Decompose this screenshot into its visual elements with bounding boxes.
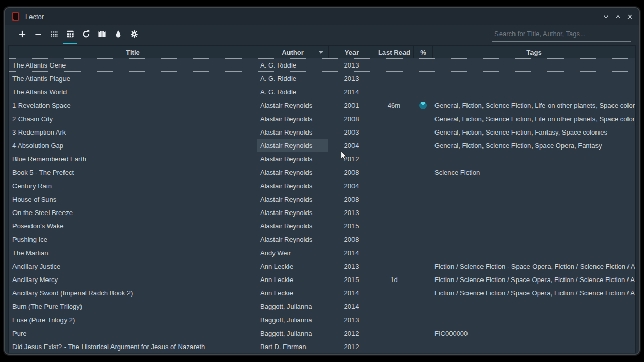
- cell-tags[interactable]: [432, 179, 635, 192]
- cell-tags[interactable]: [432, 72, 635, 85]
- add-book-button[interactable]: [14, 26, 29, 42]
- cell-author[interactable]: Alastair Reynolds: [257, 166, 328, 179]
- cell-progress[interactable]: [413, 152, 432, 166]
- table-row[interactable]: Ancillary Sword (Imperial Radch Book 2)A…: [9, 286, 635, 300]
- cell-author[interactable]: Ann Leckie: [257, 259, 328, 273]
- cell-title[interactable]: 2 Chasm City: [9, 112, 257, 125]
- cover-view-button[interactable]: [46, 26, 61, 42]
- cell-title[interactable]: On the Steel Breeze: [9, 206, 257, 219]
- cell-last-read[interactable]: 46m: [375, 98, 413, 112]
- cell-year[interactable]: 2008: [328, 112, 375, 125]
- cell-tags[interactable]: General, Fiction, Science Fiction, Fanta…: [432, 125, 635, 139]
- cell-author[interactable]: Alastair Reynolds: [257, 233, 328, 246]
- cell-tags[interactable]: [432, 246, 635, 259]
- column-header-year[interactable]: Year: [328, 46, 375, 58]
- cell-tags[interactable]: [432, 152, 635, 166]
- cell-progress[interactable]: [413, 246, 432, 259]
- cell-tags[interactable]: General, Fiction, Science Fiction, Life …: [432, 112, 635, 125]
- cell-author[interactable]: A. G. Riddle: [257, 58, 328, 72]
- cell-last-read[interactable]: [375, 192, 413, 206]
- cell-last-read[interactable]: 1d: [375, 273, 413, 286]
- cell-last-read[interactable]: [375, 340, 413, 353]
- cell-progress[interactable]: [413, 112, 432, 125]
- cell-last-read[interactable]: [375, 85, 413, 98]
- cell-title[interactable]: House of Suns: [9, 192, 257, 206]
- cell-year[interactable]: 2013: [328, 206, 375, 219]
- cell-tags[interactable]: [432, 192, 635, 206]
- cell-last-read[interactable]: [375, 233, 413, 246]
- cell-progress[interactable]: [413, 286, 432, 300]
- table-row[interactable]: Poseidon's WakeAlastair Reynolds2015: [9, 219, 635, 233]
- cell-year[interactable]: 2013: [328, 58, 375, 72]
- cell-year[interactable]: 2013: [328, 313, 375, 326]
- library-button[interactable]: [94, 26, 109, 42]
- theme-button[interactable]: [110, 26, 125, 42]
- cell-title[interactable]: Ancillary Justice: [9, 259, 257, 273]
- table-row[interactable]: PureBaggott, Julianna2012FIC000000: [9, 326, 635, 340]
- cell-title[interactable]: Poseidon's Wake: [9, 219, 257, 233]
- cell-author[interactable]: Baggott, Julianna: [257, 300, 328, 313]
- cell-author[interactable]: Ann Leckie: [257, 273, 328, 286]
- minimize-button[interactable]: [602, 12, 610, 21]
- cell-year[interactable]: 2013: [328, 72, 375, 85]
- cell-progress[interactable]: [413, 300, 432, 313]
- cell-tags[interactable]: Science Fiction: [432, 166, 635, 179]
- cell-progress[interactable]: [413, 326, 432, 340]
- cell-progress[interactable]: [413, 206, 432, 219]
- cell-tags[interactable]: [432, 58, 635, 72]
- table-row[interactable]: 1 Revelation SpaceAlastair Reynolds20014…: [9, 98, 635, 112]
- cell-last-read[interactable]: [375, 313, 413, 326]
- table-row[interactable]: The Atlantis WorldA. G. Riddle2014: [9, 85, 635, 98]
- table-row[interactable]: Ancillary MercyAnn Leckie20151dFiction /…: [9, 273, 635, 286]
- cell-last-read[interactable]: [375, 259, 413, 273]
- cell-year[interactable]: 2008: [328, 166, 375, 179]
- cell-last-read[interactable]: [375, 300, 413, 313]
- table-row[interactable]: Did Jesus Exist? - The Historical Argume…: [9, 340, 635, 353]
- table-row[interactable]: Fuse (Pure Trilogy 2)Baggott, Julianna20…: [9, 313, 635, 326]
- cell-last-read[interactable]: [375, 112, 413, 125]
- cell-title[interactable]: The Martian: [9, 246, 257, 259]
- cell-progress[interactable]: [413, 166, 432, 179]
- cell-tags[interactable]: General, Fiction, Science Fiction, Space…: [432, 139, 635, 152]
- cell-year[interactable]: 2001: [328, 98, 375, 112]
- cell-progress[interactable]: [413, 259, 432, 273]
- cell-year[interactable]: 2015: [328, 219, 375, 233]
- cell-author[interactable]: Alastair Reynolds: [257, 219, 328, 233]
- table-row[interactable]: House of SunsAlastair Reynolds2008: [9, 192, 635, 206]
- cell-tags[interactable]: [432, 340, 635, 353]
- table-row[interactable]: 2 Chasm CityAlastair Reynolds2008General…: [9, 112, 635, 125]
- cell-author[interactable]: Alastair Reynolds: [257, 139, 328, 152]
- cell-last-read[interactable]: [375, 125, 413, 139]
- cell-progress[interactable]: [413, 98, 432, 112]
- table-row[interactable]: Ancillary JusticeAnn Leckie2013Fiction /…: [9, 259, 635, 273]
- cell-year[interactable]: 2004: [328, 139, 375, 152]
- cell-year[interactable]: 2003: [328, 125, 375, 139]
- cell-tags[interactable]: Fiction / Science Fiction / Space Opera,…: [432, 273, 635, 286]
- cell-title[interactable]: Burn (The Pure Trilogy): [9, 300, 257, 313]
- cell-last-read[interactable]: [375, 219, 413, 233]
- cell-progress[interactable]: [413, 85, 432, 98]
- cell-progress[interactable]: [413, 125, 432, 139]
- cell-author[interactable]: Andy Weir: [257, 246, 328, 259]
- cell-author[interactable]: Alastair Reynolds: [257, 125, 328, 139]
- cell-last-read[interactable]: [375, 152, 413, 166]
- search-input[interactable]: [492, 28, 631, 42]
- cell-title[interactable]: The Atlantis Gene: [9, 58, 257, 72]
- cell-last-read[interactable]: [375, 58, 413, 72]
- cell-title[interactable]: Pure: [9, 326, 257, 340]
- cell-author[interactable]: Alastair Reynolds: [257, 179, 328, 192]
- cell-author[interactable]: Baggott, Julianna: [257, 326, 328, 340]
- table-row[interactable]: Burn (The Pure Trilogy)Baggott, Julianna…: [9, 300, 635, 313]
- table-row[interactable]: The Atlantis PlagueA. G. Riddle2013: [9, 72, 635, 85]
- cell-author[interactable]: Alastair Reynolds: [257, 112, 328, 125]
- cell-year[interactable]: 2013: [328, 259, 375, 273]
- cell-year[interactable]: 2008: [328, 233, 375, 246]
- delete-book-button[interactable]: [30, 26, 45, 42]
- settings-button[interactable]: [126, 26, 141, 42]
- cell-title[interactable]: Book 5 - The Prefect: [9, 166, 257, 179]
- cell-progress[interactable]: [413, 233, 432, 246]
- cell-progress[interactable]: [413, 313, 432, 326]
- cell-progress[interactable]: [413, 192, 432, 206]
- cell-tags[interactable]: General, Fiction, Science Fiction, Life …: [432, 98, 635, 112]
- cell-progress[interactable]: [413, 219, 432, 233]
